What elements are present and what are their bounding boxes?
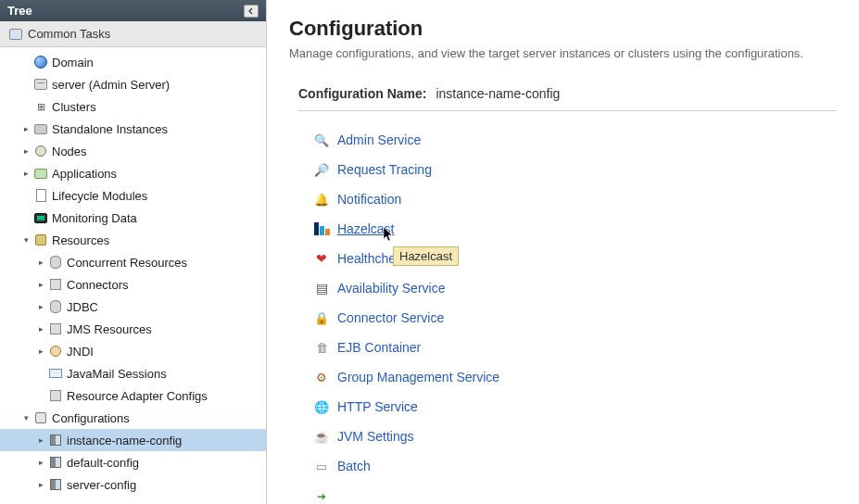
expander-icon[interactable]: ▸: [20, 145, 32, 157]
tree-item-label: Standalone Instances: [52, 122, 168, 136]
config-link[interactable]: JVM Settings: [337, 429, 413, 444]
tree-item-jndi[interactable]: ▸JNDI: [0, 340, 266, 362]
config-link[interactable]: HTTP Service: [337, 399, 418, 414]
tree-item-standalone-instances[interactable]: ▸Standalone Instances: [0, 118, 266, 140]
tree-item-concurrent-resources[interactable]: ▸Concurrent Resources: [0, 251, 266, 273]
common-tasks-icon: [9, 29, 22, 40]
tree-item-server-config[interactable]: ▸server-config: [0, 473, 266, 496]
config-item-group-management-service: Group Management Service: [313, 369, 837, 385]
tree-item-label: Lifecycle Modules: [52, 189, 147, 203]
tree-item-resources[interactable]: ▾Resources: [0, 229, 266, 251]
hz-icon: [313, 220, 330, 237]
cluster-icon: ⊞: [33, 99, 48, 114]
expander-icon[interactable]: ▸: [35, 435, 46, 446]
db-icon: [48, 255, 63, 270]
expander-icon[interactable]: ▸: [35, 323, 46, 334]
tree-item-label: Resource Adapter Configs: [67, 389, 208, 403]
config-item-http-service: HTTP Service: [313, 398, 837, 415]
admin-icon: [313, 132, 330, 148]
tree-item-label: Monitoring Data: [52, 211, 137, 225]
tree-item-applications[interactable]: ▸Applications: [0, 162, 266, 184]
config-link[interactable]: Batch: [337, 459, 371, 473]
tree-item-default-config[interactable]: ▸default-config: [0, 451, 266, 473]
config-item-connector-service: Connector Service: [313, 309, 837, 326]
trace-icon: [313, 161, 330, 178]
tree-item-javamail-sessions[interactable]: JavaMail Sessions: [0, 362, 266, 384]
tree-header-label: Tree: [7, 4, 32, 18]
conn-icon: [48, 321, 63, 336]
expander-icon: [20, 57, 32, 68]
config-name-row: Configuration Name: instance-name-config: [298, 86, 837, 111]
conn-icon: [48, 277, 63, 292]
tree-item-jdbc[interactable]: ▸JDBC: [0, 296, 266, 318]
tree-item-clusters[interactable]: ⊞Clusters: [0, 95, 266, 118]
db-icon: [48, 299, 63, 314]
config-item-request-tracing: Request Tracing: [313, 161, 837, 178]
chevron-left-icon: [247, 7, 255, 15]
expander-icon[interactable]: ▾: [20, 412, 32, 423]
main-content: Configuration Manage configurations, and…: [267, 0, 859, 504]
ejb-icon: [313, 339, 330, 356]
tooltip: Hazelcast: [393, 246, 459, 266]
app-icon: [33, 166, 48, 181]
tree-item-configurations[interactable]: ▾Configurations: [0, 407, 266, 429]
config-item-jvm-settings: JVM Settings: [313, 428, 837, 445]
avail-icon: [313, 280, 330, 296]
expander-icon[interactable]: ▸: [35, 346, 46, 357]
tree-item-instance-name-config[interactable]: ▸instance-name-config: [0, 429, 266, 451]
tree-item-label: instance-name-config: [67, 434, 182, 447]
common-tasks-row[interactable]: Common Tasks: [0, 21, 266, 47]
expander-icon[interactable]: ▸: [35, 301, 46, 312]
config-link[interactable]: Request Tracing: [337, 162, 432, 177]
expander-icon[interactable]: ▸: [20, 123, 32, 134]
config-link[interactable]: EJB Container: [337, 340, 421, 355]
tree-item-label: Resources: [52, 233, 109, 247]
tree-item-nodes[interactable]: ▸Nodes: [0, 140, 266, 162]
config-link[interactable]: Admin Service: [337, 132, 421, 147]
monitor-icon: [33, 210, 48, 225]
config-name-label: Configuration Name:: [298, 86, 426, 101]
expander-icon: [35, 368, 46, 379]
tree-item-monitoring-data[interactable]: Monitoring Data: [0, 207, 266, 229]
expander-icon[interactable]: ▸: [35, 479, 46, 490]
config-link[interactable]: Availability Service: [337, 281, 445, 296]
sidebar-collapse-button[interactable]: [244, 5, 259, 18]
config-list: Admin ServiceRequest TracingNotification…: [313, 132, 837, 504]
config-item-availability-service: Availability Service: [313, 280, 837, 296]
config-link[interactable]: Hazelcast: [337, 221, 394, 236]
tree-item-label: default-config: [67, 456, 139, 470]
config-icon: [33, 410, 48, 425]
config-item-hazelcast: Hazelcast: [313, 220, 837, 237]
tree-header: Tree: [0, 0, 266, 21]
folder-icon: [33, 121, 48, 136]
doc-icon: [33, 188, 48, 203]
tree-item-label: Applications: [52, 167, 117, 181]
tree-item-label: Connectors: [67, 278, 128, 292]
config-item-ejb-container: EJB Container: [313, 339, 837, 356]
globe-icon: [33, 55, 48, 69]
tree-item-connectors[interactable]: ▸Connectors: [0, 273, 266, 296]
nodes-icon: [33, 144, 48, 158]
group-icon: [313, 369, 330, 385]
tree-item-jms-resources[interactable]: ▸JMS Resources: [0, 318, 266, 340]
tree-item-label: JavaMail Sessions: [67, 367, 167, 381]
config-link[interactable]: Group Management Service: [337, 370, 499, 384]
expander-icon[interactable]: ▸: [35, 257, 46, 268]
expander-icon[interactable]: ▸: [35, 279, 46, 290]
tree-item-lifecycle-modules[interactable]: Lifecycle Modules: [0, 184, 266, 207]
expander-icon: [20, 79, 32, 90]
tree-item-resource-adapter-configs[interactable]: Resource Adapter Configs: [0, 384, 266, 407]
tree-item-label: JNDI: [67, 345, 94, 359]
tree-item-server-admin-server[interactable]: server (Admin Server): [0, 73, 266, 95]
arrow-icon: [313, 487, 330, 504]
config-item-batch: Batch: [313, 458, 837, 474]
tree-item-domain[interactable]: Domain: [0, 51, 266, 73]
config-name-value: instance-name-config: [436, 86, 560, 101]
expander-icon[interactable]: ▸: [35, 457, 46, 468]
expander-icon[interactable]: ▾: [20, 234, 32, 246]
config-link[interactable]: Notification: [337, 192, 401, 207]
tree-item-label: JMS Resources: [67, 322, 152, 336]
expander-icon[interactable]: ▸: [20, 168, 32, 179]
config-link[interactable]: Healthche: [337, 251, 396, 266]
config-link[interactable]: Connector Service: [337, 310, 444, 325]
